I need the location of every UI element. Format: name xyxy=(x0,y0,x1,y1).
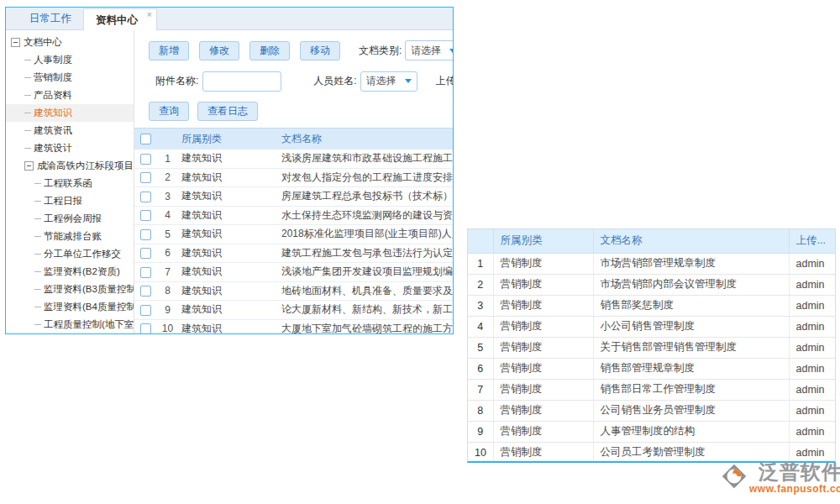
query-button[interactable]: 查询 xyxy=(149,102,189,121)
collapse-icon[interactable] xyxy=(24,161,34,171)
table-row[interactable]: 2 建筑知识 对发包人指定分包的工程施工进度安排... xyxy=(134,168,453,187)
table-row[interactable]: 5 建筑知识 2018标准化监理项目部(业主项目部)人员... xyxy=(134,225,453,244)
row-category: 营销制度 xyxy=(493,274,593,295)
row-doc-name: 浅谈房屋建筑和市政基础设施工程施工... xyxy=(278,150,453,169)
row-index: 2 xyxy=(468,274,493,295)
doc-category-label: 文档类别: xyxy=(359,44,402,58)
collapse-icon[interactable] xyxy=(11,38,20,47)
header-index xyxy=(157,129,178,150)
marketing-docs-panel: 所属别类 文档名称 上传... 1 营销制度 市场营销部管理规章制度 admin… xyxy=(467,228,836,463)
row-index: 5 xyxy=(157,225,178,244)
tree-item-label: 工程日报 xyxy=(44,192,82,210)
row-checkbox[interactable] xyxy=(140,192,151,202)
tree-item-weekly-report[interactable]: 工程例会周报 xyxy=(6,210,134,228)
table-header-row: 所属别类 文档名称 xyxy=(134,129,453,150)
select-all-checkbox[interactable] xyxy=(140,134,151,144)
row-doc-name: 大厦地下室加气砼墙砌筑工程的施工方... xyxy=(278,319,453,333)
attachment-name-label: 附件名称: xyxy=(155,74,198,88)
tree-connector xyxy=(24,148,31,149)
row-doc-name: 市场营销部管理规章制度 xyxy=(593,253,789,274)
table-row[interactable]: 9 营销制度 人事管理制度的结构 admin xyxy=(468,421,835,442)
modify-button[interactable]: 修改 xyxy=(199,41,239,60)
row-category: 建筑知识 xyxy=(178,168,278,187)
tree-item-product-data[interactable]: 产品资料 xyxy=(6,87,134,104)
row-index: 1 xyxy=(468,253,493,274)
close-icon[interactable]: × xyxy=(147,10,152,19)
table-row[interactable]: 7 建筑知识 浅谈地产集团开发建设项目监理规划编... xyxy=(134,263,453,282)
row-checkbox[interactable] xyxy=(140,267,151,278)
delete-button[interactable]: 删除 xyxy=(249,41,290,60)
row-index: 3 xyxy=(157,187,178,207)
tab-data-center[interactable]: 资料中心 × xyxy=(83,8,157,30)
table-row[interactable]: 6 营销制度 销售部管理规章制度 admin xyxy=(468,358,835,379)
tree-item-railway-project[interactable]: 成渝高铁内江标段项目 xyxy=(6,157,134,175)
row-checkbox[interactable] xyxy=(140,172,151,183)
tab-daily-work[interactable]: 日常工作 xyxy=(18,8,83,29)
row-index: 4 xyxy=(157,206,178,225)
doc-category-select[interactable]: 请选择 xyxy=(405,40,453,60)
header-category: 所属别类 xyxy=(178,129,278,150)
table-row[interactable]: 2 营销制度 市场营销部内部会议管理制度 admin xyxy=(468,274,835,295)
row-category: 营销制度 xyxy=(493,358,593,379)
table-row[interactable]: 9 建筑知识 论大厦新材料、新结构、新技术，新工... xyxy=(134,301,453,320)
row-uploader: admin xyxy=(789,274,835,295)
chevron-down-icon xyxy=(449,49,453,53)
row-uploader: admin xyxy=(789,421,835,442)
row-doc-name: 小公司销售管理制度 xyxy=(593,316,789,337)
row-doc-name: 地砖地面材料、机具准备、质量要求及... xyxy=(278,281,453,301)
view-log-button[interactable]: 查看日志 xyxy=(197,102,258,121)
add-button[interactable]: 新增 xyxy=(149,41,189,60)
row-index: 9 xyxy=(468,421,493,442)
table-row[interactable]: 8 建筑知识 地砖地面材料、机具准备、质量要求及... xyxy=(134,281,453,301)
row-checkbox[interactable] xyxy=(140,286,151,297)
tree-item-work-transfer[interactable]: 分工单位工作移交 xyxy=(6,245,134,263)
row-category: 营销制度 xyxy=(493,379,593,400)
table-row[interactable]: 8 营销制度 公司销售业务员管理制度 admin xyxy=(468,400,835,421)
tree-item-quality-basement[interactable]: 工程质量控制(地下室) xyxy=(6,316,134,333)
attachment-name-input[interactable] xyxy=(202,71,281,92)
row-category: 营销制度 xyxy=(493,421,593,442)
table-row[interactable]: 1 建筑知识 浅谈房屋建筑和市政基础设施工程施工... xyxy=(134,150,453,169)
row-doc-name: 销售部日常工作管理制度 xyxy=(593,379,789,400)
move-button[interactable]: 移动 xyxy=(300,41,340,60)
table-row[interactable]: 5 营销制度 关于销售部管理销售管理制度 admin xyxy=(468,337,835,358)
row-checkbox[interactable] xyxy=(140,305,151,316)
table-row[interactable]: 3 建筑知识 房屋建筑工程总承包投标书（技术标）... xyxy=(134,187,453,207)
tree-item-building-design[interactable]: 建筑设计 xyxy=(6,139,134,157)
table-row[interactable]: 1 营销制度 市场营销部管理规章制度 admin xyxy=(468,253,835,274)
row-checkbox[interactable] xyxy=(140,248,151,259)
row-checkbox[interactable] xyxy=(140,210,151,221)
window-body: 文档中心 人事制度 营销制度 产品资料 建筑知识 xyxy=(6,30,453,333)
table-row[interactable]: 3 营销制度 销售部奖惩制度 admin xyxy=(468,295,835,316)
tree-item-label: 监理资料(B2资质) xyxy=(44,263,120,281)
tree-item-marketing-policy[interactable]: 营销制度 xyxy=(6,69,134,87)
person-name-select[interactable]: 请选择 xyxy=(360,71,417,92)
chevron-down-icon xyxy=(405,79,412,83)
tree-item-daily-report[interactable]: 工程日报 xyxy=(6,192,134,210)
row-index: 10 xyxy=(157,319,178,333)
table-row[interactable]: 7 营销制度 销售部日常工作管理制度 admin xyxy=(468,379,835,400)
table-row[interactable]: 4 营销制度 小公司销售管理制度 admin xyxy=(468,316,835,337)
table-row[interactable]: 6 建筑知识 建筑工程施工发包与承包违法行为认定... xyxy=(134,244,453,263)
tree-item-hr-policy[interactable]: 人事制度 xyxy=(6,51,134,69)
tree-item-supervision-b3[interactable]: 监理资料(B3质量控制) xyxy=(6,281,134,298)
table-row[interactable]: 4 建筑知识 水土保持生态环境监测网络的建设与资... xyxy=(134,206,453,225)
table-row[interactable]: 10 建筑知识 大厦地下室加气砼墙砌筑工程的施工方... xyxy=(134,319,453,333)
tree-connector xyxy=(34,218,41,219)
tree-item-energy-ledger[interactable]: 节能减排台账 xyxy=(6,228,134,245)
row-checkbox[interactable] xyxy=(140,154,151,165)
row-checkbox[interactable] xyxy=(140,323,151,333)
header-index xyxy=(468,229,493,253)
row-category: 建筑知识 xyxy=(178,281,278,301)
tree-item-building-knowledge[interactable]: 建筑知识 xyxy=(6,104,134,122)
tree-item-building-news[interactable]: 建筑资讯 xyxy=(6,122,134,139)
tree-connector xyxy=(34,201,41,202)
tab-bar: 日常工作 资料中心 × xyxy=(6,8,453,30)
tree-item-document-center[interactable]: 文档中心 xyxy=(6,34,134,51)
row-index: 7 xyxy=(468,379,493,400)
tree-item-contact-letter[interactable]: 工程联系函 xyxy=(6,175,134,192)
tree-connector xyxy=(34,271,41,272)
row-checkbox[interactable] xyxy=(140,229,151,240)
tree-item-supervision-b4[interactable]: 监理资料(B4质量控制) xyxy=(6,298,134,316)
tree-item-supervision-b2[interactable]: 监理资料(B2资质) xyxy=(6,263,134,281)
